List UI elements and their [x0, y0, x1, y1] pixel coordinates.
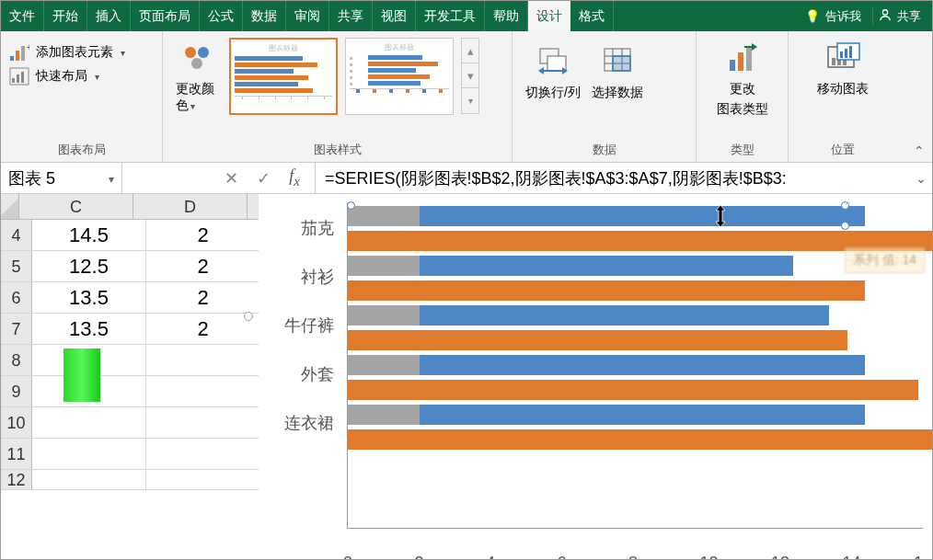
col-header[interactable]: D [133, 194, 248, 219]
tab-pagelayout[interactable]: 页面布局 [131, 1, 200, 31]
tab-format[interactable]: 格式 [570, 1, 614, 31]
move-chart-button[interactable]: 移动图表 [796, 35, 890, 97]
tab-design[interactable]: 设计 [528, 1, 570, 31]
chart-bar-gray[interactable] [348, 256, 420, 276]
row-header[interactable]: 7 [1, 314, 32, 344]
svg-rect-8 [21, 72, 24, 83]
select-data-button[interactable]: 选择数据 [586, 39, 649, 101]
formula-bar[interactable]: =SERIES(阴影图表!$B$2,阴影图表!$A$3:$A$7,阴影图表!$B… [316, 167, 910, 189]
tab-home[interactable]: 开始 [44, 1, 87, 31]
cell[interactable] [146, 439, 260, 469]
y-category-label: 牛仔裤 [259, 301, 341, 349]
chart-resize-handle[interactable] [244, 312, 253, 321]
row-header[interactable]: 11 [1, 439, 32, 469]
cell[interactable]: 2 [146, 314, 260, 344]
chart-bar-blue[interactable] [420, 305, 830, 326]
svg-text:+: + [27, 43, 29, 52]
formula-row: 图表 5 ✕ ✓ fx =SERIES(阴影图表!$B$2,阴影图表!$A$3:… [1, 163, 932, 194]
row-header[interactable]: 4 [1, 220, 32, 250]
series-selection-handle[interactable] [347, 201, 355, 210]
cell[interactable]: 14.5 [32, 220, 146, 250]
cell[interactable]: 13.5 [32, 314, 146, 344]
chart-style-thumb-2[interactable]: 图表标题 ■ ■ ■ ■ ■ [345, 38, 454, 115]
row-header[interactable]: 12 [1, 470, 32, 489]
series-selection-handle[interactable] [841, 201, 849, 210]
select-all-corner[interactable] [1, 194, 19, 219]
svg-rect-2 [16, 51, 19, 61]
chart-bar-gray[interactable] [348, 355, 420, 375]
svg-point-9 [185, 47, 196, 58]
tell-me[interactable]: 告诉我 [794, 8, 872, 25]
cell[interactable] [146, 470, 260, 489]
style-gallery-expand[interactable]: ▾ [462, 88, 478, 113]
expand-formula-bar-button[interactable] [910, 171, 932, 186]
series-selection-handle[interactable] [841, 222, 849, 230]
tab-share-top[interactable]: 共享 [329, 1, 373, 31]
tab-file[interactable]: 文件 [1, 1, 44, 31]
chart-y-axis: 茄克 衬衫 牛仔裤 外套 连衣裙 [259, 203, 341, 447]
tab-data[interactable]: 数据 [243, 1, 286, 31]
svg-rect-6 [12, 78, 15, 83]
cell[interactable] [32, 439, 146, 469]
tab-insert[interactable]: 插入 [87, 1, 131, 31]
chart-bar-blue[interactable] [420, 405, 865, 425]
fx-icon[interactable]: fx [289, 166, 300, 189]
row-header[interactable]: 6 [1, 282, 32, 313]
add-chart-element-label: 添加图表元素 [36, 44, 113, 61]
tab-devtools[interactable]: 开发工具 [416, 1, 485, 31]
row-header[interactable]: 9 [1, 376, 32, 406]
x-tick-label: 1 [914, 554, 923, 560]
row-header[interactable]: 5 [1, 251, 32, 281]
tab-formulas[interactable]: 公式 [200, 1, 243, 31]
dropdown-icon [121, 48, 125, 58]
tab-help[interactable]: 帮助 [485, 1, 528, 31]
name-box[interactable]: 图表 5 [1, 163, 122, 194]
cell[interactable]: 2 [146, 282, 260, 313]
svg-rect-20 [730, 60, 735, 71]
spreadsheet[interactable]: C D E F G H I J 4 14.5 2 5 12.5 2 6 13.5… [1, 194, 932, 560]
style-scroll-up[interactable]: ▴ [462, 39, 478, 63]
chart-bar-gray[interactable] [348, 206, 420, 226]
embedded-chart[interactable]: 茄克 衬衫 牛仔裤 外套 连衣裙 024681012141 系列 值: 14 [259, 194, 932, 560]
chart-bar-orange[interactable] [348, 429, 932, 450]
change-colors-button[interactable]: 更改颜色 [170, 35, 225, 114]
cell[interactable]: 13.5 [32, 282, 146, 313]
cell[interactable] [146, 376, 260, 406]
chart-bar-orange[interactable] [348, 280, 865, 301]
cell[interactable]: 2 [146, 251, 260, 281]
chart-bar-gray[interactable] [348, 305, 420, 326]
group-styles-label: 图表样式 [170, 142, 504, 160]
collapse-ribbon-button[interactable]: ⌃ [914, 143, 925, 158]
chart-style-thumb-1[interactable]: 图表标题 [229, 38, 338, 115]
chart-bar-blue[interactable] [420, 206, 865, 226]
chart-bar-orange[interactable] [348, 380, 918, 400]
row-header[interactable]: 8 [1, 345, 32, 375]
add-chart-element-button[interactable]: + 添加图表元素 [8, 40, 155, 64]
ribbon: + 添加图表元素 快速布局 图表布局 更改颜色 [1, 31, 932, 163]
row-header[interactable]: 10 [1, 407, 32, 438]
switch-row-col-button[interactable]: 切换行/列 [520, 39, 586, 101]
tab-review[interactable]: 审阅 [286, 1, 329, 31]
cancel-formula-button[interactable]: ✕ [225, 168, 238, 189]
change-chart-type-button[interactable]: 更改 图表类型 [704, 35, 780, 118]
chart-bar-blue[interactable] [420, 256, 794, 276]
svg-rect-19 [613, 56, 630, 71]
tab-view[interactable]: 视图 [373, 1, 416, 31]
cell[interactable] [32, 470, 146, 489]
x-tick-label: 12 [771, 554, 789, 560]
cell[interactable] [146, 345, 260, 375]
accept-formula-button[interactable]: ✓ [257, 168, 271, 189]
name-box-dropdown-icon[interactable] [109, 168, 114, 188]
quick-layout-button[interactable]: 快速布局 [8, 64, 155, 88]
cell[interactable] [32, 407, 146, 438]
cell[interactable]: 2 [146, 220, 260, 250]
chart-bar-blue[interactable] [420, 355, 865, 375]
chart-plot-area[interactable] [347, 203, 923, 529]
chart-bar-gray[interactable] [348, 405, 420, 425]
cell[interactable]: 12.5 [32, 251, 146, 281]
share-button[interactable]: 共享 [872, 8, 932, 25]
style-scroll-down[interactable]: ▾ [462, 63, 478, 88]
chart-bar-orange[interactable] [348, 330, 847, 350]
cell[interactable] [146, 407, 260, 438]
col-header[interactable]: C [19, 194, 133, 219]
